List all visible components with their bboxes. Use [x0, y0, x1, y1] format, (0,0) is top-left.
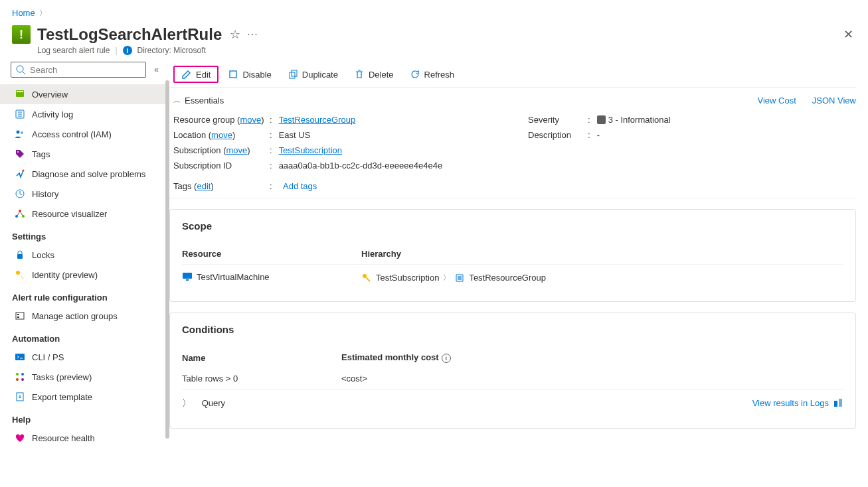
- sidebar-scrollbar[interactable]: [165, 80, 169, 439]
- hier-rg[interactable]: TestResourceGroup: [469, 273, 546, 283]
- sidebar-item-label: Resource health: [32, 433, 95, 443]
- json-view-link[interactable]: JSON View: [812, 96, 856, 105]
- sidebar-item-export[interactable]: Export template: [0, 387, 169, 407]
- scope-card: Scope Resource Hierarchy TestVirtualMach…: [169, 209, 856, 302]
- close-icon[interactable]: ✕: [841, 25, 856, 44]
- sidebar-section-help: Help: [0, 407, 169, 428]
- search-input[interactable]: [30, 65, 141, 75]
- toolbar: Edit Disable Duplicate Delete Refresh: [169, 62, 856, 88]
- diagnose-icon: [15, 169, 25, 179]
- cond-name-value: Table rows > 0: [182, 368, 341, 389]
- sidebar-item-activity-log[interactable]: Activity log: [0, 104, 169, 124]
- alert-rule-icon: !: [12, 25, 31, 44]
- sev-value: 3 - Informational: [608, 115, 671, 125]
- svg-rect-29: [292, 70, 297, 76]
- sidebar-item-label: Export template: [32, 392, 92, 402]
- svg-point-0: [17, 66, 23, 72]
- sidebar-item-iam[interactable]: Access control (IAM): [0, 124, 169, 144]
- sidebar-item-label: Access control (IAM): [32, 129, 112, 139]
- sidebar-item-cli[interactable]: CLI / PS: [0, 347, 169, 367]
- svg-rect-21: [15, 354, 25, 360]
- sidebar-item-tasks[interactable]: Tasks (preview): [0, 367, 169, 387]
- svg-line-1: [23, 72, 25, 74]
- subid-label: Subscription ID: [173, 161, 270, 171]
- scope-th-resource: Resource: [182, 244, 361, 265]
- rg-label: Resource group: [173, 115, 235, 125]
- edit-button[interactable]: Edit: [173, 66, 218, 83]
- refresh-icon: [410, 69, 420, 80]
- page-title: TestLogSearchAlertRule: [37, 25, 222, 44]
- svg-point-11: [23, 170, 25, 172]
- svg-rect-3: [17, 91, 23, 92]
- favorite-star-icon[interactable]: ☆: [230, 27, 240, 42]
- more-ellipsis-icon[interactable]: ···: [247, 29, 258, 40]
- subid-value: aaaa0a0a-bb1b-cc2c-dd3d-eeeeee4e4e4e: [279, 161, 443, 171]
- vm-icon: [182, 271, 193, 282]
- export-icon: [15, 391, 25, 402]
- rg-move-link[interactable]: move: [240, 115, 261, 125]
- query-label: Query: [202, 398, 225, 408]
- sidebar-item-label: Tags: [32, 149, 50, 159]
- essentials-toggle[interactable]: ︿ Essentials: [173, 96, 224, 105]
- terminal-icon: [15, 352, 25, 362]
- sev-label: Severity: [528, 115, 588, 125]
- sidebar-item-visualizer[interactable]: Resource visualizer: [0, 204, 169, 224]
- svg-rect-33: [458, 276, 462, 280]
- people-icon: [15, 129, 25, 139]
- scope-title: Scope: [182, 220, 843, 232]
- sub-move-link[interactable]: move: [226, 145, 248, 155]
- query-expand[interactable]: 〉 Query: [182, 398, 225, 408]
- duplicate-label: Duplicate: [302, 70, 338, 80]
- delete-button[interactable]: Delete: [347, 66, 400, 83]
- collapse-sidebar-icon[interactable]: «: [151, 62, 161, 77]
- svg-rect-28: [290, 72, 295, 78]
- scope-resource-value[interactable]: TestVirtualMachine: [197, 272, 270, 282]
- loc-move-link[interactable]: move: [211, 130, 232, 140]
- view-cost-link[interactable]: View Cost: [757, 96, 796, 105]
- rg-value-link[interactable]: TestResourceGroup: [279, 115, 356, 125]
- sidebar-item-overview[interactable]: Overview: [0, 84, 169, 104]
- logs-icon: [833, 397, 843, 408]
- sidebar-section-settings: Settings: [0, 224, 169, 245]
- sidebar-item-diagnose[interactable]: Diagnose and solve problems: [0, 164, 169, 184]
- cond-th-name: Name: [182, 347, 341, 368]
- breadcrumb-home[interactable]: Home: [12, 8, 35, 18]
- sidebar-item-action-groups[interactable]: Manage action groups: [0, 306, 169, 326]
- page-subtitle: Log search alert rule | i Directory: Mic…: [0, 44, 868, 62]
- key-icon: [15, 269, 25, 280]
- duplicate-button[interactable]: Duplicate: [281, 66, 345, 83]
- sub-value-link[interactable]: TestSubscription: [279, 145, 342, 155]
- sidebar-item-locks[interactable]: Locks: [0, 245, 169, 265]
- refresh-button[interactable]: Refresh: [403, 66, 462, 83]
- chevron-right-icon: 〉: [443, 273, 450, 283]
- info-icon[interactable]: i: [442, 354, 451, 363]
- disable-button[interactable]: Disable: [221, 66, 278, 83]
- resource-type-label: Log search alert rule: [37, 46, 110, 55]
- sidebar-item-tags[interactable]: Tags: [0, 144, 169, 164]
- sidebar-search[interactable]: [11, 62, 146, 78]
- svg-point-23: [21, 373, 24, 376]
- svg-point-25: [21, 378, 24, 381]
- hier-sub[interactable]: TestSubscription: [376, 273, 439, 283]
- resource-group-icon: [454, 273, 465, 283]
- sidebar-item-history[interactable]: History: [0, 184, 169, 204]
- sidebar-item-label: Identity (preview): [32, 270, 98, 280]
- desc-value: -: [597, 130, 600, 140]
- severity-badge-icon: [597, 115, 606, 124]
- add-tags-link[interactable]: Add tags: [283, 181, 317, 191]
- sidebar-item-label: History: [32, 189, 58, 199]
- sidebar-item-label: Locks: [32, 250, 54, 260]
- directory-label: Directory: Microsoft: [137, 46, 206, 55]
- chevron-right-icon: 〉: [39, 8, 46, 18]
- sidebar-item-identity[interactable]: Identity (preview): [0, 265, 169, 285]
- view-results-link[interactable]: View results in Logs: [752, 397, 843, 408]
- essentials-section: ︿ Essentials View Cost JSON View Resourc…: [169, 88, 856, 198]
- sidebar-item-resource-health[interactable]: Resource health: [0, 428, 169, 448]
- tags-edit-link[interactable]: edit: [197, 181, 211, 191]
- sidebar-item-label: Activity log: [32, 109, 73, 119]
- svg-rect-35: [839, 399, 842, 407]
- conditions-card: Conditions Name Estimated monthly costi …: [169, 313, 856, 429]
- lock-icon: [15, 249, 25, 260]
- svg-rect-20: [17, 316, 19, 318]
- sidebar-item-label: CLI / PS: [32, 352, 64, 362]
